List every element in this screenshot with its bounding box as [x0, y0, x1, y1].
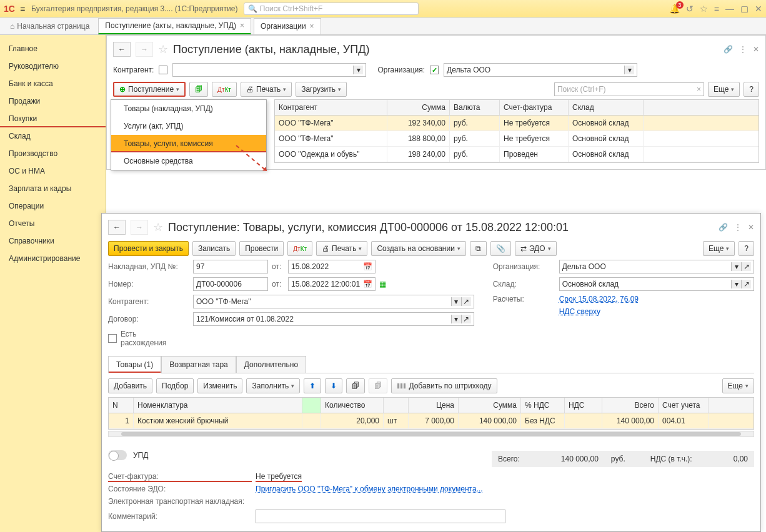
tab-close-icon[interactable]: ×	[240, 21, 244, 30]
calc-link[interactable]: Срок 15.08.2022, 76.09	[559, 295, 639, 303]
favorite-icon[interactable]: ☆	[700, 4, 708, 14]
tab-receipts[interactable]: Поступление (акты, накладные, УПД) ×	[98, 18, 251, 34]
col-warehouse[interactable]: Склад	[569, 100, 644, 115]
nav-forward-button[interactable]: →	[131, 220, 148, 235]
contract-input[interactable]: 121/Комиссия от 01.08.2022 ▾ ↗	[193, 312, 474, 326]
col-currency[interactable]: Валюта	[450, 100, 500, 115]
nav-back-button[interactable]: ←	[113, 42, 131, 57]
add-receipt-button[interactable]: ⊕ Поступление ▾	[113, 82, 186, 97]
add-item-button[interactable]: Добавить	[108, 378, 152, 393]
grid-row[interactable]: ООО "ТФ-Мега" 188 800,00 руб. Не требует…	[275, 131, 759, 147]
sidebar-item-reports[interactable]: Отчеты	[0, 215, 106, 232]
more-button[interactable]: Еще ▾	[703, 241, 735, 256]
link-icon[interactable]: 🔗	[724, 45, 733, 54]
col-price[interactable]: Цена	[409, 398, 459, 413]
sidebar-item-main[interactable]: Главное	[0, 40, 106, 57]
attach-button[interactable]: 📎	[490, 241, 511, 256]
dropdown-icon[interactable]: ▾	[731, 262, 741, 271]
horizontal-scrollbar[interactable]	[108, 431, 754, 437]
relations-button[interactable]: ⧉	[470, 241, 487, 256]
move-down-button[interactable]: ⬇	[325, 378, 342, 393]
sidebar-item-sales[interactable]: Продажи	[0, 92, 106, 110]
counterparty-filter-checkbox[interactable]	[159, 66, 167, 74]
move-up-button[interactable]: ⬆	[304, 378, 321, 393]
counterparty-input[interactable]: ООО "ТФ-Мега" ▾ ↗	[193, 295, 474, 308]
notification-icon[interactable]: 🔔	[669, 4, 680, 14]
grid-row[interactable]: ООО "ТФ-Мега" 192 340,00 руб. Не требует…	[275, 116, 759, 131]
more-button[interactable]: Еще ▾	[708, 82, 740, 97]
sidebar-item-bank[interactable]: Банк и касса	[0, 75, 106, 92]
invoice-no-input[interactable]: 97	[193, 260, 268, 273]
help-button[interactable]: ?	[739, 241, 754, 256]
edo-invite-link[interactable]: Пригласить ООО "ТФ-Мега" к обмену электр…	[256, 485, 483, 493]
post-and-close-button[interactable]: Провести и закрыть	[108, 241, 189, 256]
col-unit[interactable]	[384, 398, 409, 413]
open-icon[interactable]: ↗	[461, 297, 471, 306]
menu-icon[interactable]: ≡	[20, 4, 25, 14]
sidebar-item-purchases[interactable]: Покупки	[0, 110, 106, 127]
menu-item-fixed-assets[interactable]: Основные средства	[111, 152, 266, 170]
sidebar-item-warehouse[interactable]: Склад	[0, 127, 106, 145]
col-counterparty[interactable]: Контрагент	[275, 100, 387, 115]
paste-rows-button[interactable]: 🗐	[369, 378, 387, 393]
grid-row[interactable]: ООО "Одежда и обувь" 198 240,00 руб. Про…	[275, 147, 759, 162]
nav-back-button[interactable]: ←	[108, 220, 126, 235]
calendar-icon[interactable]: 📅	[363, 280, 372, 288]
col-nomenclature[interactable]: Номенклатура	[134, 398, 302, 413]
minimize-icon[interactable]: —	[725, 4, 734, 14]
vat-link[interactable]: НДС сверху	[559, 307, 600, 316]
col-vat-rate[interactable]: % НДС	[521, 398, 565, 413]
menu-item-services[interactable]: Услуги (акт, УПД)	[111, 117, 266, 135]
number-date-input[interactable]: 15.08.2022 12:00:01 📅	[288, 277, 376, 291]
fill-button[interactable]: Заполнить ▾	[246, 378, 300, 393]
more-icon[interactable]: ⋮	[734, 223, 742, 232]
nav-forward-button[interactable]: →	[136, 42, 153, 57]
dropdown-icon[interactable]: ▾	[624, 66, 634, 74]
edo-button[interactable]: ⇄ ЭДО ▾	[515, 241, 557, 256]
tab-goods[interactable]: Товары (1)	[108, 356, 161, 373]
org-filter-input[interactable]: Дельта ООО ▾	[444, 63, 637, 77]
col-account[interactable]: Счет учета	[659, 398, 709, 413]
dropdown-icon[interactable]: ▾	[451, 315, 461, 323]
help-button[interactable]: ?	[744, 82, 759, 97]
sidebar-item-catalogs[interactable]: Справочники	[0, 232, 106, 250]
open-icon[interactable]: ↗	[741, 262, 751, 271]
dtkt-button[interactable]: ДтКт	[212, 82, 237, 97]
more-icon[interactable]: ⋮	[739, 45, 747, 54]
invoice-date-input[interactable]: 15.08.2022 📅	[288, 260, 376, 273]
number-input[interactable]: ДТ00-000006	[193, 277, 268, 291]
sidebar-item-production[interactable]: Производство	[0, 145, 106, 162]
sidebar-item-operations[interactable]: Операции	[0, 197, 106, 215]
create-based-button[interactable]: Создать на основании ▾	[371, 241, 466, 256]
print-button[interactable]: 🖨 Печать ▾	[316, 241, 367, 256]
favorite-star-icon[interactable]: ☆	[158, 42, 168, 56]
col-sum[interactable]: Сумма	[459, 398, 521, 413]
open-icon[interactable]: ↗	[741, 280, 751, 288]
upd-toggle[interactable]	[108, 450, 127, 460]
col-qty[interactable]: Количество	[321, 398, 384, 413]
list-search-input[interactable]: Поиск (Ctrl+F) ×	[554, 82, 704, 96]
history-icon[interactable]: ↺	[686, 4, 694, 14]
tab-additional[interactable]: Дополнительно	[236, 356, 306, 373]
barcode-button[interactable]: ⦀⦀⦀ Добавить по штрихкоду	[391, 378, 497, 393]
save-button[interactable]: Записать	[192, 241, 236, 256]
sidebar-item-payroll[interactable]: Зарплата и кадры	[0, 180, 106, 197]
link-icon[interactable]: 🔗	[719, 223, 728, 232]
open-icon[interactable]: ↗	[461, 315, 471, 323]
close-panel-icon[interactable]: ✕	[748, 223, 754, 232]
warehouse-input[interactable]: Основной склад ▾ ↗	[559, 277, 754, 291]
global-search[interactable]: 🔍 Поиск Ctrl+Shift+F	[244, 2, 419, 15]
close-panel-icon[interactable]: ✕	[753, 45, 759, 54]
dropdown-icon[interactable]: ▾	[731, 280, 741, 288]
col-vat[interactable]: НДС	[565, 398, 602, 413]
tab-returnable[interactable]: Возвратная тара	[161, 356, 236, 373]
calendar-icon[interactable]: 📅	[363, 262, 372, 271]
sidebar-item-admin[interactable]: Администрирование	[0, 250, 106, 267]
tab-close-icon[interactable]: ×	[310, 22, 314, 31]
col-n[interactable]: N	[109, 398, 134, 413]
org-input[interactable]: Дельта ООО ▾ ↗	[559, 260, 754, 273]
edit-button[interactable]: Изменить	[197, 378, 242, 393]
discrepancy-checkbox[interactable]	[108, 334, 117, 343]
org-filter-checkbox[interactable]	[430, 66, 439, 74]
col-invoice[interactable]: Счет-фактура	[500, 100, 569, 115]
